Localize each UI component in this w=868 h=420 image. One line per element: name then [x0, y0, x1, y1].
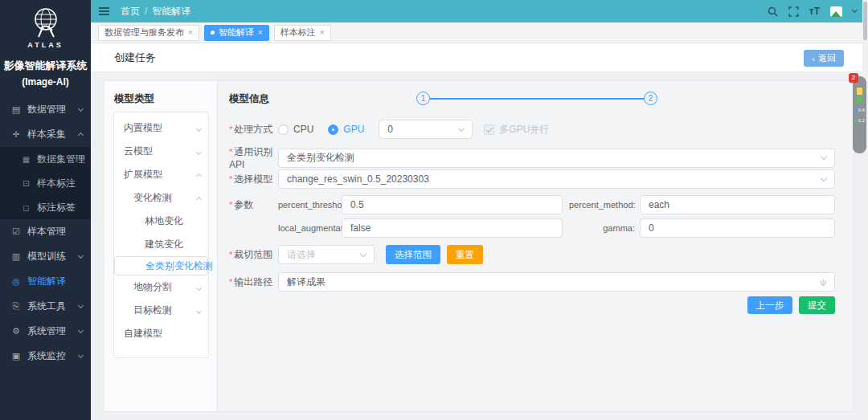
- gamma-input[interactable]: [640, 218, 835, 238]
- tree-item-label: 全类别变化检测: [145, 259, 213, 273]
- fullscreen-icon[interactable]: [788, 6, 799, 17]
- submit-button[interactable]: 提交: [799, 296, 835, 314]
- cpu-radio-label[interactable]: CPU: [293, 124, 313, 135]
- bar-chart-icon: ▥: [10, 251, 22, 262]
- brand-block: ATLAS 影像智能解译系统 (Image-AI): [0, 0, 91, 88]
- sidebar-menu: ▤ 数据管理 ✛ 样本采集 ▦ 数据集管理 ⊡ 样本标注 ◻: [0, 97, 91, 369]
- close-icon[interactable]: ×: [258, 28, 263, 37]
- output-path-input[interactable]: ψ: [278, 272, 835, 292]
- sidebar-item-sample-collect[interactable]: ✛ 样本采集: [0, 122, 91, 147]
- breadcrumb-home[interactable]: 首页: [121, 5, 140, 18]
- step-connector: [430, 98, 644, 100]
- form-row-params-1: *参数 percent_threshold: percent_method:: [229, 195, 835, 214]
- field-label: *处理方式: [229, 123, 278, 137]
- sidebar-item-system-management[interactable]: ⚙ 系统管理: [0, 319, 91, 344]
- scrollbar[interactable]: [862, 0, 868, 420]
- crop-range-select[interactable]: 请选择: [278, 245, 375, 264]
- api-select[interactable]: 全类别变化检测: [278, 149, 835, 168]
- sidebar-item-sample-annotation[interactable]: ⊡ 样本标注: [0, 171, 91, 195]
- tab-sample-annotation[interactable]: 样本标注 ×: [274, 25, 331, 41]
- form-row-params-2: local_augmentation: gamma:: [229, 218, 835, 238]
- monitor-icon: ▣: [10, 351, 22, 361]
- percent-method-input[interactable]: [640, 195, 835, 214]
- tab-data-service-publish[interactable]: 数据管理与服务发布 ×: [98, 25, 199, 41]
- tree-item-extended-model[interactable]: 扩展模型: [114, 163, 208, 186]
- tree-select-icon[interactable]: ψ: [820, 277, 826, 287]
- tab-intelligent-interpretation[interactable]: 智能解译 ×: [204, 25, 269, 41]
- gpu-radio[interactable]: [328, 124, 338, 135]
- sidebar-item-dataset-management[interactable]: ▦ 数据集管理: [0, 147, 91, 171]
- local-augmentation-input[interactable]: [342, 218, 563, 238]
- chevron-down-icon: [196, 149, 202, 155]
- tree-item-label: 建筑变化: [145, 238, 183, 251]
- step-1-circle: 1: [416, 92, 430, 105]
- close-icon[interactable]: ×: [188, 28, 193, 37]
- database-icon: ▤: [10, 104, 22, 115]
- tree-item-change-detection[interactable]: 变化检测: [114, 186, 208, 210]
- chevron-down-icon[interactable]: [852, 7, 858, 13]
- chevron-down-icon: [196, 285, 202, 291]
- sidebar-item-sample-management[interactable]: ☑ 样本管理: [0, 219, 91, 244]
- back-arrow-icon: ‹: [812, 54, 815, 63]
- browser-extension-widget[interactable]: 2 0.6 0.2: [853, 76, 866, 153]
- toolbox-icon: ⎘: [10, 301, 22, 312]
- param-name-gamma: gamma:: [569, 223, 635, 233]
- multi-gpu-checkbox[interactable]: [484, 124, 494, 135]
- sidebar-item-model-training[interactable]: ▥ 模型训练: [0, 244, 91, 269]
- speed-down-row: 0.2: [854, 118, 865, 124]
- reset-button[interactable]: 重置: [447, 245, 483, 264]
- sidebar-item-data-management[interactable]: ▤ 数据管理: [0, 97, 91, 122]
- model-type-title: 模型类型: [104, 81, 217, 106]
- hamburger-menu-icon[interactable]: [99, 7, 109, 15]
- tree-item-builtin-model[interactable]: 内置模型: [114, 116, 208, 140]
- chevron-up-icon: [78, 133, 84, 138]
- tree-item-cloud-model[interactable]: 云模型: [114, 140, 208, 163]
- font-size-icon[interactable]: тT: [809, 6, 820, 17]
- select-range-button[interactable]: 选择范围: [386, 245, 440, 264]
- chevron-down-icon: [78, 303, 84, 308]
- sidebar-item-system-tools[interactable]: ⎘ 系统工具: [0, 294, 91, 319]
- upload-dot-icon: [854, 109, 858, 112]
- tree-item-landcover-segmentation[interactable]: 地物分割: [114, 275, 208, 299]
- model-select[interactable]: change_res_swin_0.5_20230303: [278, 169, 835, 189]
- percent-threshold-input[interactable]: [342, 195, 563, 214]
- step-2-circle: 2: [644, 92, 657, 105]
- sidebar-item-annotation-tags[interactable]: ◻ 标注标签: [0, 195, 91, 219]
- sidebar-item-label: 智能解译: [27, 275, 66, 288]
- previous-step-button[interactable]: 上一步: [747, 296, 793, 314]
- form-row-process-mode: *处理方式 CPU GPU 0 多GPU并行: [229, 120, 835, 139]
- gpu-index-select[interactable]: 0: [379, 120, 473, 139]
- brand-logo-text: ATLAS: [0, 41, 91, 49]
- tree-item-building-change[interactable]: 建筑变化: [114, 233, 208, 256]
- chevron-down-icon: [458, 124, 465, 131]
- tag-icon: ◻: [21, 203, 31, 212]
- tree-item-label: 目标检测: [133, 304, 172, 317]
- sidebar-item-label: 系统工具: [27, 300, 66, 313]
- breadcrumb-separator: /: [145, 6, 147, 17]
- param-name-percent-method: percent_method:: [569, 200, 635, 210]
- sidebar-item-system-monitor[interactable]: ▣ 系统监控: [0, 344, 91, 369]
- chevron-down-icon: [821, 174, 827, 181]
- speed-down-value: 0.2: [858, 118, 865, 124]
- sidebar-item-intelligent-interpretation[interactable]: ◎ 智能解译: [0, 269, 91, 294]
- field-label: *选择模型: [229, 173, 278, 186]
- cpu-radio[interactable]: [278, 124, 289, 135]
- gpu-radio-label[interactable]: GPU: [343, 124, 364, 135]
- chevron-down-icon: [821, 153, 827, 160]
- tree-item-forest-change[interactable]: 林地变化: [114, 210, 208, 233]
- tree-item-label: 林地变化: [145, 214, 183, 228]
- scrollbar-thumb[interactable]: [863, 2, 867, 40]
- tree-item-all-class-change-detection[interactable]: 全类别变化检测: [114, 256, 208, 275]
- field-label: *通用识别API: [229, 145, 278, 170]
- form-row-api: *通用识别API 全类别变化检测: [229, 145, 835, 170]
- sidebar: ATLAS 影像智能解译系统 (Image-AI) ▤ 数据管理 ✛ 样本采集 …: [0, 0, 91, 420]
- active-dot: [211, 31, 215, 35]
- tree-item-custom-model[interactable]: 自建模型: [114, 322, 208, 345]
- close-icon[interactable]: ×: [320, 28, 325, 37]
- tree-item-object-detection[interactable]: 目标检测: [114, 299, 208, 322]
- checklist-icon: ☑: [10, 226, 22, 237]
- avatar-image-icon[interactable]: [830, 6, 842, 17]
- back-button[interactable]: ‹ 返回: [804, 50, 844, 67]
- search-icon[interactable]: [768, 6, 778, 17]
- grid-icon: ▦: [21, 155, 31, 164]
